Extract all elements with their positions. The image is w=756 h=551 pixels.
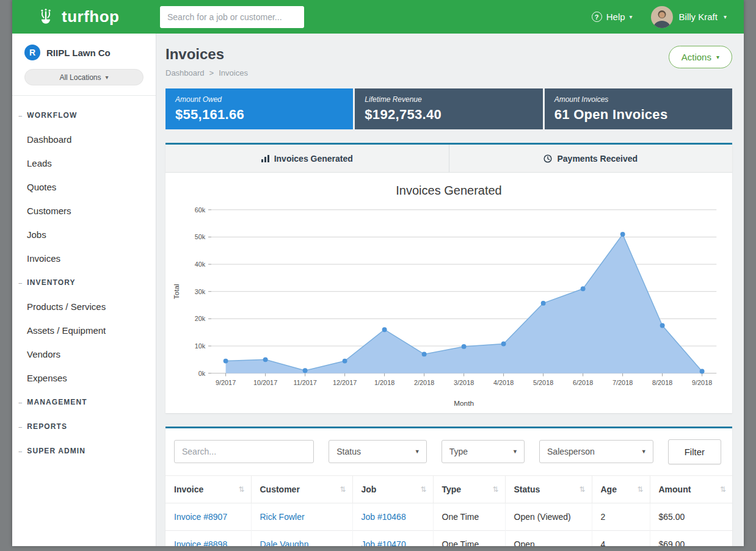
table-row: Invoice #8898Dale VaughnJob #10470One Ti… bbox=[165, 530, 732, 546]
main-content: Invoices Dashboard > Invoices Actions ▾ … bbox=[156, 34, 744, 546]
breadcrumb-separator: > bbox=[209, 68, 214, 77]
column-header-job[interactable]: Job⇅ bbox=[352, 475, 433, 503]
column-header-amount[interactable]: Amount⇅ bbox=[650, 475, 732, 503]
chevron-down-icon: ▾ bbox=[716, 54, 719, 60]
filter-button[interactable]: Filter bbox=[668, 439, 721, 464]
svg-text:Total: Total bbox=[172, 284, 181, 299]
stat-value: $192,753.40 bbox=[365, 107, 532, 123]
chevron-down-icon: ▾ bbox=[724, 13, 727, 20]
invoices-generated-chart: 0k10k20k30k40k50k60k9/201710/201711/2017… bbox=[170, 201, 727, 411]
tab-invoices-generated[interactable]: Invoices Generated bbox=[165, 145, 449, 172]
svg-text:20k: 20k bbox=[195, 315, 206, 322]
breadcrumb-current: Invoices bbox=[219, 68, 248, 77]
sidebar-item-leads[interactable]: Leads bbox=[12, 151, 156, 175]
sidebar-section-management[interactable]: --MANAGEMENT bbox=[12, 390, 156, 414]
job-link[interactable]: Job #10468 bbox=[362, 512, 406, 522]
job-link[interactable]: Job #10470 bbox=[362, 539, 406, 546]
invoice-link[interactable]: Invoice #8898 bbox=[174, 539, 227, 546]
sort-icon: ⇅ bbox=[637, 485, 643, 494]
tree-toggle-icon: -- bbox=[18, 398, 21, 406]
column-header-age[interactable]: Age⇅ bbox=[592, 475, 650, 503]
chevron-down-icon: ▼ bbox=[512, 448, 518, 455]
actions-button[interactable]: Actions ▾ bbox=[669, 46, 732, 68]
svg-text:10k: 10k bbox=[195, 342, 206, 350]
svg-text:4/2018: 4/2018 bbox=[493, 379, 514, 386]
sidebar-item-assets-equipment[interactable]: Assets / Equipment bbox=[12, 319, 156, 342]
user-menu[interactable]: Billy Kraft ▾ bbox=[651, 6, 727, 28]
sort-icon: ⇅ bbox=[238, 485, 244, 494]
table-search-input[interactable] bbox=[174, 440, 314, 463]
cell-type: One Time bbox=[433, 503, 505, 530]
sidebar-section-label: INVENTORY bbox=[27, 278, 75, 287]
stat-cards-row: Amount Owed$55,161.66Lifetime Revenue$19… bbox=[165, 88, 732, 129]
global-search-input[interactable] bbox=[160, 6, 304, 28]
page-header: Invoices Dashboard > Invoices Actions ▾ bbox=[165, 46, 732, 77]
salesperson-select[interactable]: Salesperson ▼ bbox=[539, 440, 653, 463]
actions-label: Actions bbox=[681, 52, 711, 62]
column-header-type[interactable]: Type⇅ bbox=[433, 475, 505, 503]
customer-link[interactable]: Rick Fowler bbox=[260, 512, 305, 522]
column-header-invoice[interactable]: Invoice⇅ bbox=[165, 475, 251, 503]
sidebar-item-customers[interactable]: Customers bbox=[12, 199, 156, 223]
cell-invoice: Invoice #8898 bbox=[165, 530, 251, 546]
table-filters: Status ▼ Type ▼ Salesperson ▼ Filter bbox=[165, 428, 732, 475]
cell-job: Job #10468 bbox=[352, 503, 433, 530]
tab-label: Payments Received bbox=[557, 154, 638, 164]
tab-payments-received[interactable]: Payments Received bbox=[449, 145, 733, 172]
customer-link[interactable]: Dale Vaughn bbox=[260, 539, 309, 546]
cell-age: 2 bbox=[592, 503, 650, 530]
breadcrumb-dashboard[interactable]: Dashboard bbox=[165, 68, 205, 77]
sidebar-section-workflow[interactable]: --WORKFLOW bbox=[12, 103, 156, 128]
locations-dropdown[interactable]: All Locations ▾ bbox=[24, 69, 144, 85]
chart-area: Invoices Generated 0k10k20k30k40k50k60k9… bbox=[165, 173, 732, 413]
sidebar-section-reports[interactable]: --REPORTS bbox=[12, 414, 156, 439]
sort-icon: ⇅ bbox=[340, 485, 346, 494]
column-header-status[interactable]: Status⇅ bbox=[505, 475, 592, 503]
svg-text:6/2018: 6/2018 bbox=[573, 379, 593, 386]
sidebar-item-products-services[interactable]: Products / Services bbox=[12, 295, 156, 319]
invoices-table-card: Status ▼ Type ▼ Salesperson ▼ Filter bbox=[165, 427, 732, 546]
company-name: RIIPL Lawn Co bbox=[46, 48, 111, 58]
sidebar-item-jobs[interactable]: Jobs bbox=[12, 223, 156, 247]
page-title: Invoices bbox=[165, 46, 248, 63]
sidebar-item-dashboard[interactable]: Dashboard bbox=[12, 128, 156, 151]
stat-card-amount-owed: Amount Owed$55,161.66 bbox=[165, 88, 353, 129]
tree-toggle-icon: -- bbox=[18, 279, 21, 286]
sort-icon: ⇅ bbox=[492, 485, 498, 494]
sidebar-section-label: WORKFLOW bbox=[27, 111, 77, 120]
type-select[interactable]: Type ▼ bbox=[442, 440, 525, 463]
svg-text:9/2018: 9/2018 bbox=[692, 379, 712, 386]
cell-customer: Dale Vaughn bbox=[251, 530, 352, 546]
sidebar-section-super-admin[interactable]: --SUPER ADMIN bbox=[12, 439, 156, 463]
sidebar-item-quotes[interactable]: Quotes bbox=[12, 175, 156, 199]
column-header-customer[interactable]: Customer⇅ bbox=[251, 475, 352, 503]
table-body: Invoice #8907Rick FowlerJob #10468One Ti… bbox=[165, 503, 732, 546]
tree-toggle-icon: -- bbox=[18, 112, 21, 119]
stat-value: $55,161.66 bbox=[175, 107, 343, 123]
sidebar-section-label: SUPER ADMIN bbox=[27, 447, 85, 455]
brand-logo[interactable]: turfhop bbox=[12, 7, 156, 27]
invoice-link[interactable]: Invoice #8907 bbox=[174, 512, 227, 522]
user-name: Billy Kraft bbox=[679, 12, 718, 22]
salesperson-select-value: Salesperson bbox=[547, 447, 595, 456]
clock-icon bbox=[543, 154, 552, 163]
svg-text:7/2018: 7/2018 bbox=[612, 379, 633, 386]
topbar: turfhop ? Help ▾ Billy Kraft ▾ bbox=[12, 0, 744, 34]
sidebar-section-inventory[interactable]: --INVENTORY bbox=[12, 270, 156, 295]
stat-value: 61 Open Invoices bbox=[554, 107, 722, 123]
sort-icon: ⇅ bbox=[420, 485, 426, 494]
stat-label: Amount Owed bbox=[175, 95, 343, 104]
app-body: R RIIPL Lawn Co All Locations ▾ --WORKFL… bbox=[12, 34, 744, 546]
svg-text:12/2017: 12/2017 bbox=[333, 379, 357, 386]
help-icon: ? bbox=[592, 12, 602, 22]
tab-label: Invoices Generated bbox=[274, 154, 353, 164]
sidebar-item-invoices[interactable]: Invoices bbox=[12, 247, 156, 270]
help-label: Help bbox=[606, 12, 625, 22]
user-avatar bbox=[651, 6, 673, 28]
status-select[interactable]: Status ▼ bbox=[329, 440, 426, 463]
help-menu[interactable]: ? Help ▾ bbox=[592, 12, 633, 22]
sidebar-item-vendors[interactable]: Vendors bbox=[12, 342, 156, 366]
cell-status: Open (Viewed) bbox=[505, 503, 592, 530]
sidebar-item-expenses[interactable]: Expenses bbox=[12, 366, 156, 390]
company-switcher[interactable]: R RIIPL Lawn Co bbox=[12, 34, 156, 69]
